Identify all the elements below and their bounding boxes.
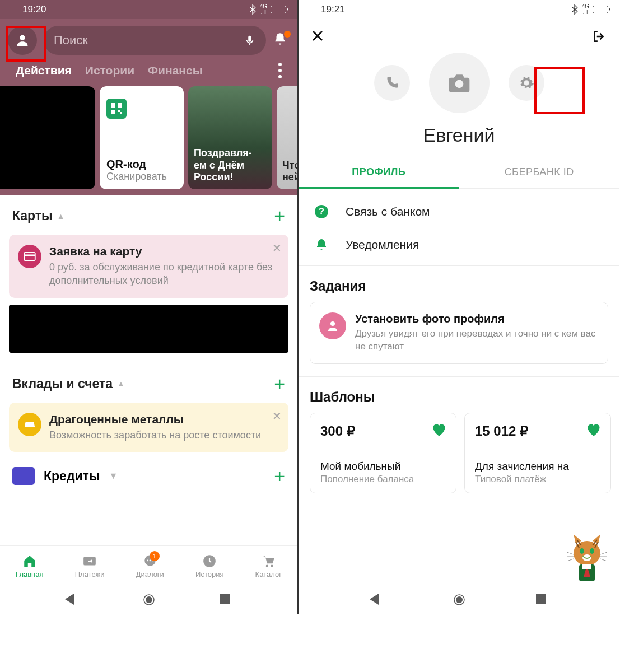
status-icons: 4G.ıll	[571, 4, 608, 15]
template-label: Для зачисления на	[475, 460, 600, 473]
story-qr-subtitle: Сканировать	[106, 171, 177, 183]
nav-dialogs[interactable]: 1 Диалоги	[136, 553, 164, 578]
svg-rect-19	[220, 594, 230, 604]
top-actions	[299, 19, 619, 50]
task-set-photo[interactable]: Установить фото профиля Друзья увидят ег…	[310, 302, 608, 364]
precious-metals-promo[interactable]: ✕ Драгоценные металлы Возможность зарабо…	[9, 403, 288, 452]
left-screenshot: 19:20 4G.ıll Д	[0, 0, 297, 614]
app-header: Действия Истории Финансы	[0, 19, 297, 86]
metals-promo-title: Драгоценные металлы	[49, 413, 261, 426]
recents-icon[interactable]	[536, 594, 548, 606]
profile-name: Евгений	[299, 124, 619, 157]
overflow-menu-icon[interactable]	[278, 63, 282, 78]
search-field[interactable]	[44, 26, 266, 55]
nav-payments-label: Платежи	[75, 570, 105, 578]
search-input[interactable]	[54, 33, 244, 48]
story-card-1[interactable]	[0, 86, 95, 189]
status-time: 19:21	[321, 4, 345, 15]
svg-text:?: ?	[319, 206, 324, 216]
add-deposit-button[interactable]: +	[274, 373, 285, 395]
profile-menu: ? Связь с банком Уведомления	[299, 189, 619, 261]
status-time: 19:20	[22, 4, 46, 15]
nav-history-label: История	[195, 570, 223, 578]
template-amount: 15 012 ₽	[475, 423, 600, 439]
wallet-icon	[12, 467, 35, 485]
tab-sberbank-id[interactable]: СБЕРБАНК ID	[459, 157, 620, 189]
nav-catalog-label: Каталог	[255, 570, 282, 578]
redacted-card[interactable]	[9, 305, 288, 353]
tab-stories[interactable]: Истории	[85, 64, 134, 77]
section-deposits[interactable]: Вклады и счета ▲ +	[0, 357, 297, 403]
network-4g-icon: 4G.ıll	[260, 4, 267, 15]
chevron-up-icon: ▲	[57, 212, 65, 221]
close-button[interactable]	[311, 29, 327, 45]
tab-actions[interactable]: Действия	[16, 64, 72, 77]
story-holiday-text: Поздравля- ем с Днём России!	[194, 147, 267, 184]
template-sub: Типовой платёж	[475, 474, 600, 485]
template-card-mobile[interactable]: 300 ₽ Мой мобильный Пополнение баланса	[310, 413, 456, 493]
logout-button[interactable]	[591, 29, 607, 45]
close-promo-icon[interactable]: ✕	[272, 241, 282, 255]
templates-row[interactable]: 300 ₽ Мой мобильный Пополнение баланса 1…	[299, 413, 619, 493]
nav-catalog[interactable]: Каталог	[255, 553, 282, 578]
settings-button[interactable]	[509, 65, 544, 101]
story-card-holiday[interactable]: Поздравля- ем с Днём России!	[188, 86, 272, 189]
nav-dialogs-label: Диалоги	[136, 570, 164, 578]
svg-rect-32	[582, 564, 591, 569]
home-sys-icon[interactable]	[143, 594, 155, 606]
close-promo-icon[interactable]: ✕	[272, 409, 282, 423]
home-sys-icon[interactable]	[453, 594, 465, 606]
nav-history[interactable]: История	[195, 553, 223, 578]
qr-icon	[106, 99, 127, 119]
tasks-section-title: Задания	[299, 266, 619, 302]
menu-contact-bank[interactable]: ? Связь с банком	[299, 195, 619, 228]
card-request-promo[interactable]: ✕ Заявка на карту 0 руб. за обслуживание…	[9, 235, 288, 298]
svg-point-23	[330, 321, 335, 326]
svg-rect-3	[118, 103, 122, 108]
svg-point-15	[266, 565, 268, 567]
svg-point-12	[149, 560, 151, 562]
home-icon	[22, 553, 38, 569]
add-card-button[interactable]: +	[274, 205, 285, 227]
main-content[interactable]: Карты ▲ + ✕ Заявка на карту 0 руб. за об…	[0, 195, 297, 545]
cart-icon	[260, 553, 276, 569]
story-card-qr[interactable]: QR-код Сканировать	[100, 86, 184, 189]
task-title: Установить фото профиля	[355, 312, 599, 325]
credit-card-icon	[18, 245, 41, 268]
nav-home[interactable]: Главная	[16, 553, 43, 578]
template-card-deposit[interactable]: 15 012 ₽ Для зачисления на Типовой платё…	[464, 413, 611, 493]
right-screenshot: 19:21 4G.ıll Евгений ПРОФИЛЬ СБЕ	[297, 0, 619, 614]
heart-icon[interactable]	[586, 422, 602, 437]
stories-row[interactable]: QR-код Сканировать Поздравля- ем с Днём …	[0, 86, 297, 195]
back-icon[interactable]	[370, 594, 382, 606]
story-card-neuro[interactable]: Что т нейр	[277, 86, 297, 189]
template-amount: 300 ₽	[320, 423, 446, 439]
section-credits[interactable]: Кредиты ▼ +	[0, 459, 297, 494]
tab-profile[interactable]: ПРОФИЛЬ	[299, 157, 459, 189]
menu-notifications[interactable]: Уведомления	[299, 228, 619, 261]
gold-bar-icon	[18, 413, 41, 436]
notification-dot	[284, 31, 291, 38]
card-promo-text: 0 руб. за обслуживание по кредитной карт…	[49, 260, 279, 288]
profile-avatar-button[interactable]	[8, 26, 37, 55]
add-credit-button[interactable]: +	[274, 465, 285, 487]
nav-payments[interactable]: Платежи	[75, 553, 105, 578]
status-icons: 4G.ıll	[249, 4, 286, 15]
tab-finances[interactable]: Финансы	[148, 64, 203, 77]
template-label: Мой мобильный	[320, 460, 446, 473]
svg-rect-26	[536, 594, 546, 604]
call-bank-button[interactable]	[374, 65, 410, 101]
clock-icon	[202, 553, 217, 569]
heart-icon[interactable]	[431, 422, 447, 437]
status-bar: 19:20 4G.ıll	[0, 0, 297, 19]
notifications-button[interactable]	[273, 32, 290, 49]
svg-rect-5	[118, 110, 120, 112]
mic-icon[interactable]	[244, 34, 256, 46]
recents-icon[interactable]	[220, 594, 232, 606]
profile-action-row	[299, 50, 619, 124]
section-cards[interactable]: Карты ▲ +	[0, 195, 297, 235]
system-nav	[299, 586, 619, 614]
profile-photo-button[interactable]	[429, 53, 490, 113]
nav-home-label: Главная	[16, 570, 43, 578]
back-icon[interactable]	[65, 594, 77, 606]
